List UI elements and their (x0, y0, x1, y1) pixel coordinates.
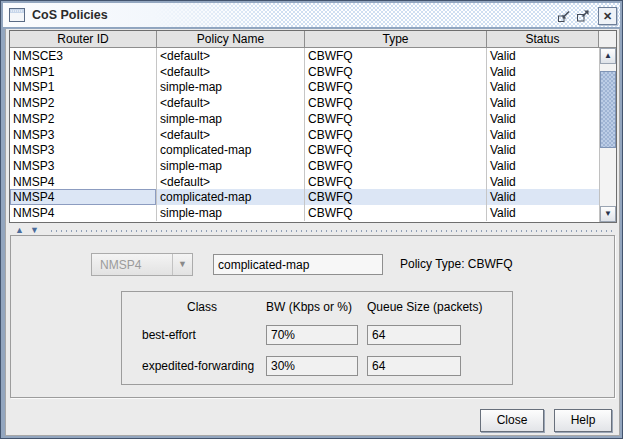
cell-status[interactable]: Valid (487, 205, 598, 221)
close-button[interactable]: Close (480, 409, 544, 432)
cos-policies-window: CoS Policies ✕ Router ID Policy Name Typ… (0, 0, 623, 439)
content-area: Router ID Policy Name Type Status NMSCE3… (5, 29, 620, 436)
table-row[interactable]: NMSP3complicated-mapCBWFQValid (10, 142, 599, 158)
queue-column-header: Queue Size (packets) (367, 300, 482, 314)
maximize-icon[interactable] (576, 10, 590, 23)
cell-type[interactable]: CBWFQ (305, 48, 487, 64)
cell-router-id[interactable]: NMSP3 (10, 127, 157, 143)
table-row[interactable]: NMSP2simple-mapCBWFQValid (10, 111, 599, 127)
scroll-up-icon: ▲ (604, 52, 612, 60)
cell-router-id[interactable]: NMSP4 (10, 205, 157, 221)
cell-policy-name[interactable]: simple-map (157, 79, 305, 95)
chevron-down-icon: ▼ (172, 254, 192, 275)
cell-status[interactable]: Valid (487, 174, 598, 190)
cell-status[interactable]: Valid (487, 189, 598, 205)
class-table: Class BW (Kbps or %) Queue Size (packets… (121, 291, 513, 385)
cell-router-id[interactable]: NMSP3 (10, 158, 157, 174)
vertical-scrollbar[interactable]: ▲ ▼ (599, 48, 616, 222)
cell-router-id[interactable]: NMSP4 (10, 189, 157, 205)
scrollbar-track[interactable] (600, 64, 616, 206)
cell-router-id[interactable]: NMSCE3 (10, 48, 157, 64)
close-window-button[interactable]: ✕ (598, 7, 617, 25)
router-select-value: NMSP4 (92, 258, 172, 272)
bw-input-expedited-forwarding[interactable] (266, 356, 358, 376)
cell-policy-name[interactable]: complicated-map (157, 142, 305, 158)
cell-status[interactable]: Valid (487, 79, 598, 95)
window-title: CoS Policies (32, 8, 108, 22)
cell-router-id[interactable]: NMSP1 (10, 64, 157, 80)
cell-type[interactable]: CBWFQ (305, 158, 487, 174)
policies-table: Router ID Policy Name Type Status NMSCE3… (9, 30, 617, 223)
table-body: NMSCE3<default>CBWFQValidNMSP1<default>C… (10, 48, 599, 222)
divider-collapse-up-icon[interactable]: ▲ (15, 226, 24, 235)
window-icon (9, 8, 25, 22)
header-corner (599, 31, 616, 47)
table-row[interactable]: NMSCE3<default>CBWFQValid (10, 48, 599, 64)
cell-policy-name[interactable]: complicated-map (157, 189, 305, 205)
router-select[interactable]: NMSP4 ▼ (91, 253, 193, 276)
cell-type[interactable]: CBWFQ (305, 79, 487, 95)
cell-type[interactable]: CBWFQ (305, 189, 487, 205)
title-bar[interactable]: CoS Policies ✕ (3, 3, 620, 28)
cell-policy-name[interactable]: <default> (157, 174, 305, 190)
scrollbar-up-button[interactable]: ▲ (600, 48, 616, 64)
column-header-type[interactable]: Type (305, 31, 487, 47)
cell-type[interactable]: CBWFQ (305, 127, 487, 143)
cell-status[interactable]: Valid (487, 142, 598, 158)
column-header-status[interactable]: Status (487, 31, 599, 47)
table-row[interactable]: NMSP4simple-mapCBWFQValid (10, 205, 599, 221)
cell-policy-name[interactable]: <default> (157, 95, 305, 111)
cell-router-id[interactable]: NMSP1 (10, 79, 157, 95)
cell-type[interactable]: CBWFQ (305, 205, 487, 221)
table-row[interactable]: NMSP4<default>CBWFQValid (10, 174, 599, 190)
column-header-policy-name[interactable]: Policy Name (157, 31, 305, 47)
cell-type[interactable]: CBWFQ (305, 142, 487, 158)
divider-collapse-down-icon[interactable]: ▼ (30, 226, 39, 235)
cell-status[interactable]: Valid (487, 95, 598, 111)
cell-type[interactable]: CBWFQ (305, 111, 487, 127)
cell-status[interactable]: Valid (487, 158, 598, 174)
cell-type[interactable]: CBWFQ (305, 174, 487, 190)
class-column-header: Class (142, 300, 262, 314)
policy-detail-panel: NMSP4 ▼ Policy Type: CBWFQ Class BW (Kbp… (10, 235, 615, 398)
cell-router-id[interactable]: NMSP3 (10, 142, 157, 158)
class-row-label: best-effort (142, 328, 196, 342)
cell-status[interactable]: Valid (487, 111, 598, 127)
scrollbar-thumb[interactable] (600, 71, 616, 148)
cell-status[interactable]: Valid (487, 127, 598, 143)
scrollbar-down-button[interactable]: ▼ (600, 206, 616, 222)
table-row[interactable]: NMSP3<default>CBWFQValid (10, 127, 599, 143)
cell-status[interactable]: Valid (487, 48, 598, 64)
cell-policy-name[interactable]: simple-map (157, 205, 305, 221)
table-row[interactable]: NMSP1simple-mapCBWFQValid (10, 79, 599, 95)
table-row[interactable]: NMSP4complicated-mapCBWFQValid (10, 189, 599, 205)
column-header-router-id[interactable]: Router ID (10, 31, 157, 47)
cell-router-id[interactable]: NMSP2 (10, 95, 157, 111)
bw-input-best-effort[interactable] (266, 325, 358, 345)
cell-type[interactable]: CBWFQ (305, 95, 487, 111)
table-header-row: Router ID Policy Name Type Status (10, 31, 616, 48)
help-button[interactable]: Help (554, 409, 612, 432)
queue-input-expedited-forwarding[interactable] (367, 356, 461, 376)
policy-name-input[interactable] (213, 254, 383, 275)
bw-column-header: BW (Kbps or %) (266, 300, 352, 314)
cell-type[interactable]: CBWFQ (305, 64, 487, 80)
scroll-down-icon: ▼ (604, 210, 612, 218)
cell-router-id[interactable]: NMSP2 (10, 111, 157, 127)
cell-status[interactable]: Valid (487, 64, 598, 80)
cell-policy-name[interactable]: simple-map (157, 158, 305, 174)
close-icon: ✕ (603, 11, 612, 22)
table-row[interactable]: NMSP1<default>CBWFQValid (10, 64, 599, 80)
table-row[interactable]: NMSP2<default>CBWFQValid (10, 95, 599, 111)
cell-policy-name[interactable]: simple-map (157, 111, 305, 127)
cell-policy-name[interactable]: <default> (157, 64, 305, 80)
queue-input-best-effort[interactable] (367, 325, 461, 345)
split-divider[interactable]: ▲ ▼ (9, 226, 617, 235)
cell-policy-name[interactable]: <default> (157, 127, 305, 143)
cell-router-id[interactable]: NMSP4 (10, 174, 157, 190)
divider-texture (49, 229, 615, 233)
table-row[interactable]: NMSP3simple-mapCBWFQValid (10, 158, 599, 174)
minimize-icon[interactable] (557, 10, 571, 23)
cell-policy-name[interactable]: <default> (157, 48, 305, 64)
class-row-label: expedited-forwarding (142, 359, 254, 373)
